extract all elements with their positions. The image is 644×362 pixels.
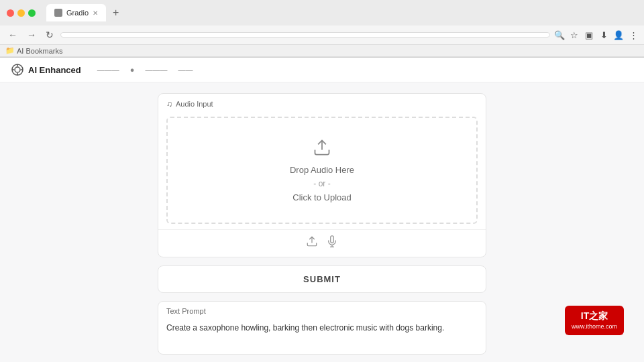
text-prompt-label: Text Prompt bbox=[166, 307, 206, 315]
nav-item-4[interactable]: —— bbox=[178, 66, 193, 74]
profile-icon[interactable]: 👤 bbox=[613, 29, 624, 40]
app-title: AI Enhanced bbox=[28, 65, 81, 75]
reload-button[interactable]: ↻ bbox=[43, 28, 56, 42]
bookmarks-label[interactable]: 📁 AI Bookmarks bbox=[5, 46, 62, 55]
upload-icon bbox=[313, 138, 331, 161]
forward-button[interactable]: → bbox=[24, 28, 39, 42]
zoom-icon[interactable]: 🔍 bbox=[554, 29, 565, 40]
watermark-brand: IT之家 bbox=[572, 310, 617, 323]
audio-drop-zone[interactable]: Drop Audio Here - or - Click to Upload bbox=[166, 117, 478, 224]
star-icon[interactable]: ☆ bbox=[569, 29, 580, 40]
or-text: - or - bbox=[313, 179, 330, 188]
title-bar: Gradio ✕ + bbox=[0, 0, 644, 25]
tab-favicon bbox=[54, 9, 62, 17]
drop-text: Drop Audio Here bbox=[290, 165, 354, 175]
watermark-url: www.ithome.com bbox=[572, 322, 617, 331]
audio-input-toolbar bbox=[158, 229, 486, 257]
active-tab[interactable]: Gradio ✕ bbox=[46, 4, 106, 21]
submit-button[interactable]: SUBMIT bbox=[158, 265, 486, 293]
upload-toolbar-icon[interactable] bbox=[306, 235, 318, 250]
minimize-button[interactable] bbox=[17, 9, 25, 17]
text-prompt-input[interactable] bbox=[158, 318, 486, 351]
audio-input-header: ♫ Audio Input bbox=[158, 94, 486, 111]
address-bar[interactable] bbox=[60, 32, 550, 38]
text-prompt-header: Text Prompt bbox=[158, 302, 486, 318]
text-prompt-card: Text Prompt bbox=[158, 301, 486, 355]
app-logo: AI Enhanced bbox=[11, 63, 81, 76]
submit-card: SUBMIT bbox=[158, 265, 486, 293]
menu-icon[interactable]: ⋮ bbox=[628, 29, 639, 40]
logo-icon bbox=[11, 63, 24, 76]
bookmarks-text: AI Bookmarks bbox=[17, 47, 62, 55]
tab-title: Gradio bbox=[66, 9, 89, 17]
browser-chrome: Gradio ✕ + ← → ↻ 🔍 ☆ ▣ ⬇ 👤 ⋮ 📁 AI Bookma… bbox=[0, 0, 644, 58]
app-header: AI Enhanced ——— ● ——— —— bbox=[0, 58, 644, 82]
download-icon[interactable]: ⬇ bbox=[598, 29, 609, 40]
close-button[interactable] bbox=[7, 9, 14, 17]
page-content: ♫ Audio Input Drop Audio Here - or - Cli… bbox=[0, 82, 644, 362]
audio-input-label: Audio Input bbox=[176, 100, 213, 108]
tab-bar: Gradio ✕ + bbox=[46, 4, 637, 21]
tab-close-icon[interactable]: ✕ bbox=[93, 9, 98, 17]
svg-point-1 bbox=[15, 67, 20, 72]
new-tab-button[interactable]: + bbox=[109, 5, 123, 20]
click-to-upload-text: Click to Upload bbox=[292, 192, 351, 202]
bookmarks-bar: 📁 AI Bookmarks bbox=[0, 45, 644, 57]
watermark: IT之家 www.ithome.com bbox=[565, 306, 624, 335]
nav-item-1[interactable]: ——— bbox=[97, 66, 119, 74]
microphone-icon[interactable] bbox=[326, 235, 338, 250]
nav-item-3[interactable]: ——— bbox=[145, 66, 167, 74]
cast-icon[interactable]: ▣ bbox=[584, 29, 594, 40]
back-button[interactable]: ← bbox=[5, 28, 20, 42]
music-icon: ♫ bbox=[166, 99, 172, 109]
app-nav: ——— ● ——— —— bbox=[97, 66, 193, 74]
maximize-button[interactable] bbox=[28, 9, 36, 17]
nav-item-2[interactable]: ● bbox=[130, 66, 135, 74]
traffic-lights bbox=[7, 9, 36, 17]
folder-icon: 📁 bbox=[5, 46, 15, 55]
toolbar-icons: 🔍 ☆ ▣ ⬇ 👤 ⋮ bbox=[554, 29, 639, 40]
audio-input-card: ♫ Audio Input Drop Audio Here - or - Cli… bbox=[158, 93, 486, 257]
browser-toolbar: ← → ↻ 🔍 ☆ ▣ ⬇ 👤 ⋮ bbox=[0, 25, 644, 45]
